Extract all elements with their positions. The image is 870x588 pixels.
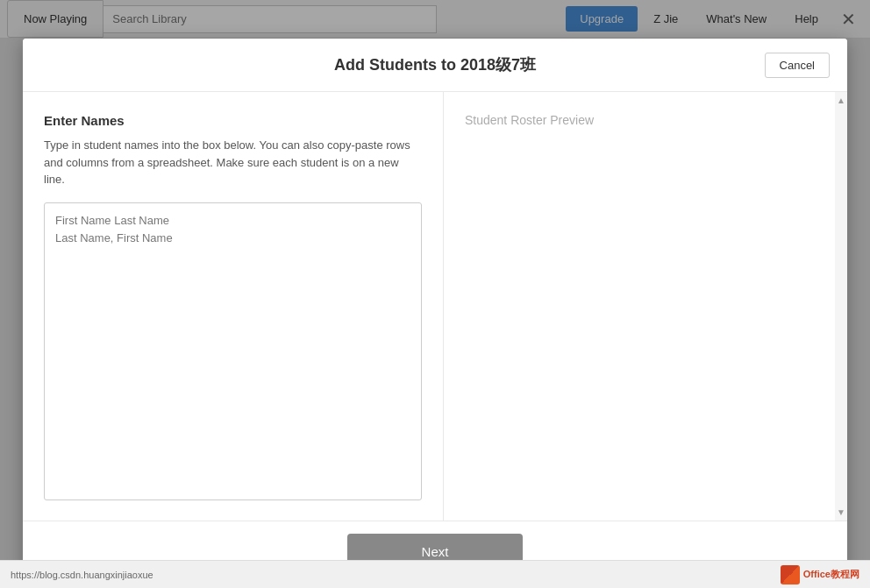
enter-names-description: Type in student names into the box below… <box>44 137 422 188</box>
office-icon <box>781 565 800 584</box>
url-text: https://blog.csdn. <box>11 570 83 580</box>
scroll-up-arrow[interactable]: ▲ <box>835 94 847 107</box>
cancel-button[interactable]: Cancel <box>765 53 830 78</box>
office-label: Office教程网 <box>803 568 859 581</box>
modal-title: Add Students to 2018级7班 <box>334 54 536 75</box>
modal-overlay: Add Students to 2018级7班 Cancel Enter Nam… <box>0 0 870 588</box>
enter-names-panel: Enter Names Type in student names into t… <box>23 92 444 521</box>
bottom-bar: https://blog.csdn. huangxinjiaoxue Offic… <box>0 560 870 588</box>
user-text: huangxinjiaoxue <box>83 570 153 580</box>
modal-body: Enter Names Type in student names into t… <box>23 92 847 521</box>
roster-preview-panel: Student Roster Preview ▲ ▼ <box>444 92 847 521</box>
office-badge: Office教程网 <box>781 565 859 584</box>
modal-header: Add Students to 2018级7班 Cancel <box>23 39 847 92</box>
enter-names-title: Enter Names <box>44 113 422 128</box>
add-students-modal: Add Students to 2018级7班 Cancel Enter Nam… <box>23 39 847 582</box>
roster-preview-title: Student Roster Preview <box>465 113 826 127</box>
scroll-down-arrow[interactable]: ▼ <box>835 506 847 519</box>
roster-scrollbar[interactable]: ▲ ▼ <box>835 92 847 521</box>
student-names-textarea[interactable] <box>44 202 422 500</box>
